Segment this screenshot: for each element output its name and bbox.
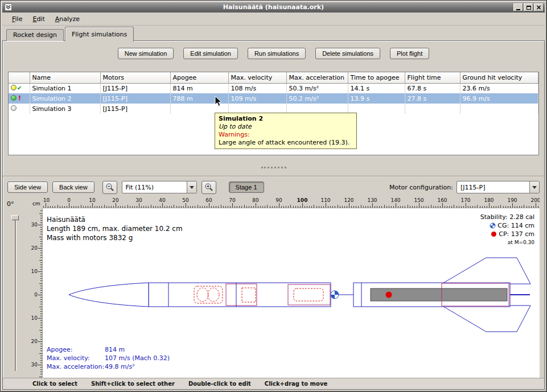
cg-icon [490,222,496,229]
cp-marker [386,292,392,298]
zoom-value: Fit (11%) [122,184,187,191]
mouse-cursor [214,96,223,108]
cell-ground-hit: 23.6 m/s [460,83,538,93]
cell-flight-time [405,104,460,114]
minimize-icon [516,9,520,10]
chevron-down-icon[interactable] [529,181,539,193]
cell-motors: [J115-P] [100,93,170,104]
cell-flight-time: 67.8 s [405,83,460,93]
max-velocity-value: 107 m/s (Mach 0.32) [105,354,170,362]
tooltip-warning-text: Large angle of attack encountered (19.3)… [219,139,353,147]
rotation-slider[interactable] [11,215,20,371]
simulation-row-1[interactable]: ✔ Simulation 1 [J115-P] 814 m 108 m/s 50… [9,83,538,93]
plot-flight-button[interactable]: Plot flight [390,48,429,59]
stability-info: Stability: 2.28 cal CG: 114 cm CP: 137 c… [480,213,534,247]
column-header-name[interactable]: Name [30,72,100,83]
cell-max-velocity: 108 m/s [228,83,286,93]
tooltip-warnings-label: Warnings: [219,131,353,139]
magnifier-plus-icon [204,183,213,192]
window-title: Haisunäätä (haisunaata.ork) [2,3,545,11]
ruler-unit-label: cm [32,201,40,207]
close-icon: × [536,5,541,10]
edit-simulation-button[interactable]: Edit simulation [183,48,238,59]
tooltip-status: Up to date [219,123,353,131]
column-header-motors[interactable]: Motors [100,72,170,83]
magnifier-minus-icon [105,183,114,192]
rocket-canvas: Haisunäätä Length 189 cm, max. diameter … [43,208,540,378]
cell-time-to-apogee: 13.9 s [348,93,405,104]
status-bar: Click to select Shift+click to select ot… [3,378,544,389]
tab-flight-simulations[interactable]: Flight simulations [65,27,134,42]
flight-summary: Apogee:814 m Max. velocity:107 m/s (Mach… [47,345,170,371]
cell-flight-time: 27.8 s [405,93,460,104]
zoom-combo[interactable]: Fit (11%) [122,181,197,193]
apogee-value: 814 m [105,346,125,353]
column-header-ground-hit-velocity[interactable]: Ground hit velocity [460,72,538,83]
max-acceleration-label: Max. acceleration: [47,362,105,371]
stage-1-toggle[interactable]: Stage 1 [229,181,264,193]
cg-value: CG: 114 cm [497,222,534,229]
motor-configuration-value: [J115-P] [457,184,529,191]
tab-rocket-design[interactable]: Rocket design [6,29,64,41]
cell-time-to-apogee: 14.1 s [348,83,405,93]
apogee-label: Apogee: [47,345,105,354]
mach-condition: at M=0.30 [480,238,534,247]
cg-line: CG: 114 cm [480,221,534,230]
chevron-down-icon[interactable] [187,181,196,193]
rocket-view-panel: Side view Back view Fit (11%) Stage 1 Mo… [3,176,544,378]
back-view-button[interactable]: Back view [52,181,94,193]
hint-shift-click: Shift+click to select other [91,381,175,387]
cell-name: Simulation 2 [30,93,100,104]
column-header-time-to-apogee[interactable]: Time to apogee [348,72,405,83]
main-tabs: Rocket design Flight simulations [2,26,545,41]
hint-click-drag: Click+drag to move [265,381,327,387]
new-simulation-button[interactable]: New simulation [118,48,174,59]
column-header-max-acceleration[interactable]: Max. acceleration [286,72,348,83]
cp-icon [491,231,497,237]
column-header-status[interactable] [9,72,30,83]
cell-max-acceleration: 50.2 m/s² [286,93,348,104]
delete-simulations-button[interactable]: Delete simulations [315,48,380,59]
cp-value: CP: 137 cm [499,230,534,238]
rocket-dimensions: Length 189 cm, max. diameter 10.2 cm [47,224,183,233]
motor-configuration-label: Motor configuration: [389,184,456,191]
zoom-out-button[interactable] [102,181,117,194]
side-view-button[interactable]: Side view [7,181,48,193]
cell-name: Simulation 1 [30,83,100,93]
rotation-slider-handle[interactable] [11,215,19,220]
run-simulations-button[interactable]: Run simulations [248,48,306,59]
cg-marker [331,291,339,299]
cell-apogee: 814 m [170,83,228,93]
simulation-actions: New simulation Edit simulation Run simul… [3,48,544,59]
simulation-row-2[interactable]: ! Simulation 2 [J115-P] 788 m 109 m/s 50… [9,93,538,104]
rocket-name: Haisunäätä [47,215,183,224]
motor-configuration-combo[interactable]: [J115-P] [456,181,540,193]
menu-file[interactable]: File [7,14,27,24]
column-header-flight-time[interactable]: Flight time [405,72,460,83]
table-header-row: Name Motors Apogee Max. velocity Max. ac… [9,72,538,83]
column-header-apogee[interactable]: Apogee [170,72,228,83]
rocket-mass: Mass with motors 3832 g [47,233,183,242]
cp-line: CP: 137 cm [480,230,534,238]
rotation-angle-label: 0° [7,200,14,208]
hint-click-select: Click to select [32,381,77,387]
application-window: Haisunäätä (haisunaata.ork) × File Edit … [0,0,547,392]
close-button[interactable]: × [534,3,544,11]
minimize-button[interactable] [513,3,523,11]
cell-ground-hit [460,104,538,114]
menu-edit[interactable]: Edit [27,14,50,24]
splitter-handle[interactable] [261,167,286,169]
status-not-simulated-icon [11,105,17,111]
zoom-in-button[interactable] [201,181,216,194]
cell-max-velocity: 109 m/s [228,93,286,104]
maximize-icon [527,6,531,10]
draw-region: 0° cm -100102030405060708090100110120130… [3,198,544,378]
menu-analyze[interactable]: Analyze [50,14,85,24]
column-header-max-velocity[interactable]: Max. velocity [228,72,286,83]
cell-max-acceleration: 50.3 m/s² [286,83,348,93]
cell-ground-hit: 96.9 m/s [460,93,538,104]
status-warning-icon: ! [11,94,21,102]
status-uptodate-ok-icon: ✔ [11,85,22,91]
maximize-button[interactable] [524,3,533,11]
view-toolbar: Side view Back view Fit (11%) Stage 1 Mo… [3,176,544,198]
